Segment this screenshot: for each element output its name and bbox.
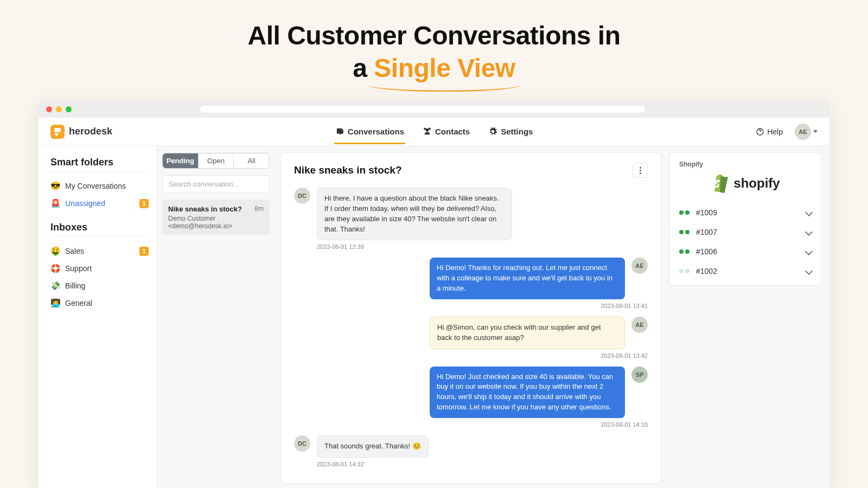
tab-pending[interactable]: Pending — [163, 153, 198, 168]
chevron-down-icon — [813, 130, 818, 133]
topbar: herodesk Conversations Contacts Settings… — [39, 118, 829, 146]
nav-conversations[interactable]: Conversations — [334, 119, 405, 144]
brand[interactable]: herodesk — [50, 125, 112, 139]
nav-conversations-label: Conversations — [348, 127, 404, 136]
hero-accent: Single View — [374, 52, 515, 85]
sidebar-inbox-item[interactable]: 🛟Support — [50, 260, 149, 277]
app-window: herodesk Conversations Contacts Settings… — [38, 100, 830, 488]
conversation-time: 8m — [254, 205, 264, 213]
hero-line2-pre: a — [353, 54, 374, 82]
help-label: Help — [767, 127, 783, 136]
sidebar-item-label: Support — [65, 264, 92, 273]
sidebar-item-label: General — [65, 299, 92, 307]
smart-folders-heading: Smart folders — [50, 157, 149, 172]
message: DCThat sounds great. Thanks! 😊 — [294, 435, 648, 458]
sidebar-inbox-item[interactable]: 🧑‍💻General — [50, 294, 149, 312]
order-row[interactable]: #1002 — [679, 261, 812, 281]
message-avatar: AE — [631, 258, 648, 274]
brand-icon — [50, 125, 65, 139]
shopify-label: Shopify — [679, 160, 812, 168]
user-avatar: AE — [795, 124, 811, 140]
sidebar-emoji: 😎 — [50, 181, 61, 191]
order-status-dots — [679, 249, 690, 254]
message-avatar: DC — [294, 188, 310, 204]
gear-icon — [488, 127, 497, 136]
conversation-title: Nike sneaks in stock? — [168, 205, 242, 213]
message: SPHi Demo! Just checked and size 40 is a… — [294, 367, 648, 418]
order-id: #1007 — [696, 228, 717, 236]
contacts-icon — [423, 127, 432, 136]
sidebar-item[interactable]: 🚨Unassigned1 — [50, 195, 149, 212]
message-timestamp: 2023-08-01 14:10 — [294, 421, 648, 428]
close-dot[interactable] — [46, 106, 52, 112]
conversation-list: Pending Open All Nike sneaks in stock? 8… — [157, 146, 275, 488]
message-bubble: That sounds great. Thanks! 😊 — [317, 435, 429, 458]
order-id: #1006 — [696, 247, 717, 256]
message-timestamp: 2023-08-01 14:32 — [317, 461, 648, 467]
thread-title: Nike sneaks in stock? — [294, 164, 402, 176]
chat-icon — [335, 127, 344, 136]
sidebar-item-label: Billing — [65, 281, 85, 290]
sidebar-emoji: 🤑 — [50, 246, 61, 256]
order-row[interactable]: #1007 — [679, 222, 812, 242]
sidebar-inbox-item[interactable]: 🤑Sales1 — [50, 242, 149, 260]
chevron-down-icon — [805, 228, 813, 236]
chevron-down-icon — [805, 209, 813, 216]
tab-all[interactable]: All — [233, 153, 269, 168]
thread-column: Nike sneaks in stock? DCHi there, I have… — [275, 146, 667, 488]
message-avatar: AE — [631, 317, 648, 333]
inboxes-heading: Inboxes — [50, 222, 149, 237]
message-timestamp: 2023-08-01 13:41 — [294, 303, 648, 309]
conversation-card[interactable]: Nike sneaks in stock? 8m Demo Customer <… — [162, 200, 270, 235]
order-status-dots — [679, 269, 690, 273]
message-avatar: SP — [631, 367, 648, 383]
topnav: Conversations Contacts Settings — [334, 119, 534, 144]
sidebar-badge: 1 — [139, 247, 149, 256]
search-input[interactable] — [162, 175, 270, 193]
message-bubble: Hi @Simon, can you check with our suppli… — [430, 317, 625, 349]
shopify-logo-text: shopify — [733, 176, 780, 191]
sidebar: Smart folders 😎My Conversations🚨Unassign… — [39, 146, 157, 488]
sidebar-inbox-item[interactable]: 💸Billing — [50, 277, 149, 294]
sidebar-emoji: 🛟 — [50, 264, 61, 273]
hero-heading: All Customer Conversations in a Single V… — [0, 0, 868, 85]
topbar-right: Help AE — [756, 124, 818, 140]
thread-more-button[interactable] — [633, 163, 648, 178]
help-icon — [756, 127, 764, 136]
sidebar-item-label: Unassigned — [65, 199, 105, 208]
chevron-down-icon — [805, 248, 813, 255]
order-row[interactable]: #1006 — [679, 242, 812, 261]
message-timestamp: 2023-08-01 12:39 — [317, 243, 648, 250]
titlebar — [39, 100, 829, 118]
brand-name: herodesk — [69, 126, 112, 137]
sidebar-item-label: Sales — [65, 247, 84, 255]
tab-open[interactable]: Open — [198, 153, 234, 168]
message-bubble: Hi Demo! Thanks for reaching out. Let me… — [430, 258, 625, 299]
order-id: #1002 — [696, 267, 717, 275]
order-id: #1009 — [696, 208, 717, 217]
order-row[interactable]: #1009 — [679, 203, 812, 222]
message-bubble: Hi Demo! Just checked and size 40 is ava… — [430, 367, 625, 418]
message: AEHi @Simon, can you check with our supp… — [294, 317, 648, 349]
sidebar-emoji: 💸 — [50, 281, 61, 291]
nav-contacts[interactable]: Contacts — [422, 119, 471, 144]
maximize-dot[interactable] — [66, 106, 72, 112]
message-avatar: DC — [294, 435, 310, 452]
help-link[interactable]: Help — [756, 127, 783, 136]
hero-line1: All Customer Conversations in — [248, 21, 621, 50]
sidebar-emoji: 🚨 — [50, 198, 61, 208]
nav-contacts-label: Contacts — [435, 127, 470, 136]
order-status-dots — [679, 210, 690, 215]
thread-card: Nike sneaks in stock? DCHi there, I have… — [280, 152, 661, 484]
sidebar-item[interactable]: 😎My Conversations — [50, 177, 149, 195]
user-menu[interactable]: AE — [795, 124, 818, 140]
status-tabs: Pending Open All — [162, 153, 270, 169]
shopify-logo: shopify — [679, 174, 812, 193]
sidebar-emoji: 🧑‍💻 — [50, 298, 61, 308]
address-bar[interactable] — [200, 106, 645, 113]
nav-settings[interactable]: Settings — [487, 119, 534, 144]
shopify-bag-icon — [711, 174, 729, 193]
minimize-dot[interactable] — [56, 106, 62, 112]
sidebar-badge: 1 — [139, 199, 149, 208]
message-bubble: Hi there, I have a question about the bl… — [317, 188, 512, 240]
